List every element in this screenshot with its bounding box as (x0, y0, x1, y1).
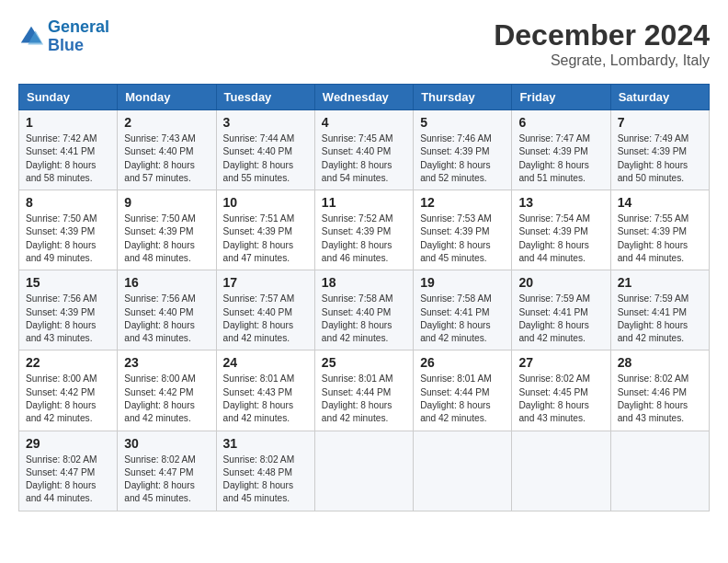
calendar-cell: 27Sunrise: 8:02 AMSunset: 4:45 PMDayligh… (512, 350, 610, 431)
calendar-cell: 19Sunrise: 7:58 AMSunset: 4:41 PMDayligh… (414, 270, 512, 350)
day-number: 22 (26, 355, 110, 370)
logo: General Blue (18, 18, 109, 55)
cell-content: Sunrise: 8:02 AMSunset: 4:46 PMDaylight:… (618, 373, 702, 425)
day-number: 30 (124, 436, 209, 451)
day-number: 25 (322, 355, 406, 370)
cell-content: Sunrise: 8:00 AMSunset: 4:42 PMDaylight:… (26, 373, 110, 425)
cell-content: Sunrise: 7:44 AMSunset: 4:40 PMDaylight:… (223, 132, 308, 185)
calendar-week-row: 29Sunrise: 8:02 AMSunset: 4:47 PMDayligh… (19, 431, 710, 511)
calendar-cell: 21Sunrise: 7:59 AMSunset: 4:41 PMDayligh… (610, 270, 709, 350)
cell-content: Sunrise: 7:42 AMSunset: 4:41 PMDaylight:… (26, 132, 110, 185)
calendar-cell (610, 431, 709, 511)
day-number: 5 (420, 115, 505, 130)
day-number: 9 (124, 195, 209, 210)
cell-content: Sunrise: 8:02 AMSunset: 4:47 PMDaylight:… (26, 454, 110, 506)
calendar-cell (512, 431, 610, 511)
day-of-week-header: Thursday (414, 85, 512, 110)
cell-content: Sunrise: 7:52 AMSunset: 4:39 PMDaylight:… (322, 213, 406, 265)
day-number: 23 (124, 355, 209, 370)
cell-content: Sunrise: 7:49 AMSunset: 4:39 PMDaylight:… (618, 132, 702, 185)
calendar-cell: 15Sunrise: 7:56 AMSunset: 4:39 PMDayligh… (19, 270, 118, 350)
calendar-cell: 17Sunrise: 7:57 AMSunset: 4:40 PMDayligh… (216, 270, 314, 350)
cell-content: Sunrise: 7:50 AMSunset: 4:39 PMDaylight:… (124, 213, 209, 265)
day-number: 7 (618, 115, 702, 130)
day-number: 15 (26, 275, 110, 290)
calendar-cell: 20Sunrise: 7:59 AMSunset: 4:41 PMDayligh… (512, 270, 610, 350)
calendar-cell: 25Sunrise: 8:01 AMSunset: 4:44 PMDayligh… (314, 350, 413, 431)
calendar-cell: 29Sunrise: 8:02 AMSunset: 4:47 PMDayligh… (19, 431, 118, 511)
cell-content: Sunrise: 7:50 AMSunset: 4:39 PMDaylight:… (26, 213, 110, 265)
cell-content: Sunrise: 7:51 AMSunset: 4:39 PMDaylight:… (223, 213, 308, 265)
day-number: 27 (518, 355, 603, 370)
cell-content: Sunrise: 7:57 AMSunset: 4:40 PMDaylight:… (223, 293, 308, 345)
calendar-cell: 22Sunrise: 8:00 AMSunset: 4:42 PMDayligh… (19, 350, 118, 431)
day-number: 12 (420, 195, 505, 210)
day-number: 8 (26, 195, 110, 210)
day-number: 16 (124, 275, 209, 290)
day-number: 31 (223, 436, 308, 451)
cell-content: Sunrise: 8:01 AMSunset: 4:44 PMDaylight:… (420, 373, 505, 425)
title-block: December 2024 Segrate, Lombardy, Italy (494, 18, 710, 69)
calendar-cell: 8Sunrise: 7:50 AMSunset: 4:39 PMDaylight… (19, 190, 118, 270)
calendar-cell: 6Sunrise: 7:47 AMSunset: 4:39 PMDaylight… (512, 110, 610, 190)
location-subtitle: Segrate, Lombardy, Italy (494, 52, 710, 69)
day-of-week-header: Saturday (610, 85, 709, 110)
cell-content: Sunrise: 7:59 AMSunset: 4:41 PMDaylight:… (618, 293, 702, 345)
calendar-header-row: SundayMondayTuesdayWednesdayThursdayFrid… (19, 85, 710, 110)
logo-icon (18, 24, 44, 50)
day-number: 19 (420, 275, 505, 290)
cell-content: Sunrise: 7:58 AMSunset: 4:41 PMDaylight:… (420, 293, 505, 345)
cell-content: Sunrise: 8:01 AMSunset: 4:44 PMDaylight:… (322, 373, 406, 425)
cell-content: Sunrise: 8:02 AMSunset: 4:45 PMDaylight:… (518, 373, 603, 425)
calendar-week-row: 22Sunrise: 8:00 AMSunset: 4:42 PMDayligh… (19, 350, 710, 431)
cell-content: Sunrise: 8:00 AMSunset: 4:42 PMDaylight:… (124, 373, 209, 425)
calendar-cell (314, 431, 413, 511)
cell-content: Sunrise: 7:54 AMSunset: 4:39 PMDaylight:… (518, 213, 603, 265)
day-number: 28 (618, 355, 702, 370)
day-number: 10 (223, 195, 308, 210)
calendar-table: SundayMondayTuesdayWednesdayThursdayFrid… (18, 84, 710, 511)
calendar-cell: 4Sunrise: 7:45 AMSunset: 4:40 PMDaylight… (314, 110, 413, 190)
month-title: December 2024 (494, 18, 710, 52)
day-number: 1 (26, 115, 110, 130)
day-of-week-header: Tuesday (216, 85, 314, 110)
day-of-week-header: Monday (118, 85, 216, 110)
day-number: 24 (223, 355, 308, 370)
calendar-cell: 28Sunrise: 8:02 AMSunset: 4:46 PMDayligh… (610, 350, 709, 431)
day-of-week-header: Wednesday (314, 85, 413, 110)
day-number: 14 (618, 195, 702, 210)
day-number: 17 (223, 275, 308, 290)
calendar-cell: 3Sunrise: 7:44 AMSunset: 4:40 PMDaylight… (216, 110, 314, 190)
cell-content: Sunrise: 7:45 AMSunset: 4:40 PMDaylight:… (322, 132, 406, 185)
cell-content: Sunrise: 7:59 AMSunset: 4:41 PMDaylight:… (518, 293, 603, 345)
cell-content: Sunrise: 7:56 AMSunset: 4:40 PMDaylight:… (124, 293, 209, 345)
calendar-body: 1Sunrise: 7:42 AMSunset: 4:41 PMDaylight… (19, 110, 710, 511)
calendar-week-row: 15Sunrise: 7:56 AMSunset: 4:39 PMDayligh… (19, 270, 710, 350)
calendar-cell: 2Sunrise: 7:43 AMSunset: 4:40 PMDaylight… (118, 110, 216, 190)
cell-content: Sunrise: 8:01 AMSunset: 4:43 PMDaylight:… (223, 373, 308, 425)
calendar-cell: 16Sunrise: 7:56 AMSunset: 4:40 PMDayligh… (118, 270, 216, 350)
cell-content: Sunrise: 7:58 AMSunset: 4:40 PMDaylight:… (322, 293, 406, 345)
cell-content: Sunrise: 7:53 AMSunset: 4:39 PMDaylight:… (420, 213, 505, 265)
day-number: 26 (420, 355, 505, 370)
page-header: General Blue December 2024 Segrate, Lomb… (18, 18, 710, 69)
day-number: 11 (322, 195, 406, 210)
day-number: 20 (518, 275, 603, 290)
cell-content: Sunrise: 7:55 AMSunset: 4:39 PMDaylight:… (618, 213, 702, 265)
calendar-cell: 1Sunrise: 7:42 AMSunset: 4:41 PMDaylight… (19, 110, 118, 190)
calendar-cell: 31Sunrise: 8:02 AMSunset: 4:48 PMDayligh… (216, 431, 314, 511)
cell-content: Sunrise: 8:02 AMSunset: 4:47 PMDaylight:… (124, 454, 209, 506)
day-number: 3 (223, 115, 308, 130)
calendar-cell: 7Sunrise: 7:49 AMSunset: 4:39 PMDaylight… (610, 110, 709, 190)
calendar-cell: 11Sunrise: 7:52 AMSunset: 4:39 PMDayligh… (314, 190, 413, 270)
day-number: 29 (26, 436, 110, 451)
calendar-cell: 12Sunrise: 7:53 AMSunset: 4:39 PMDayligh… (414, 190, 512, 270)
day-number: 13 (518, 195, 603, 210)
logo-text: General Blue (48, 18, 109, 55)
cell-content: Sunrise: 8:02 AMSunset: 4:48 PMDaylight:… (223, 454, 308, 506)
day-of-week-header: Sunday (19, 85, 118, 110)
calendar-week-row: 1Sunrise: 7:42 AMSunset: 4:41 PMDaylight… (19, 110, 710, 190)
cell-content: Sunrise: 7:56 AMSunset: 4:39 PMDaylight:… (26, 293, 110, 345)
day-number: 4 (322, 115, 406, 130)
calendar-cell: 26Sunrise: 8:01 AMSunset: 4:44 PMDayligh… (414, 350, 512, 431)
